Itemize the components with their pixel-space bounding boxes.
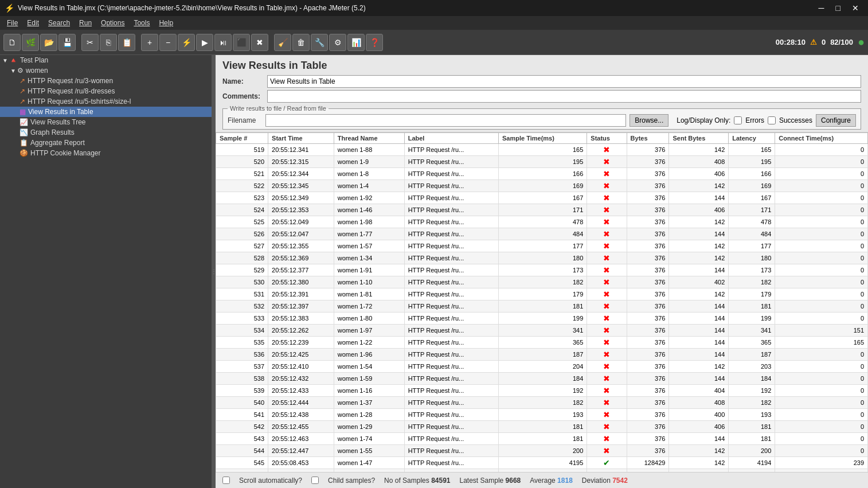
- status-error-icon: ✖: [603, 145, 610, 154]
- table-row[interactable]: 52920:55:12.377women 1-91HTTP Request /r…: [216, 264, 868, 276]
- table-row[interactable]: 53620:55:12.425women 1-96HTTP Request /r…: [216, 349, 868, 361]
- status-error-icon: ✖: [603, 205, 610, 214]
- errors-checkbox[interactable]: [734, 116, 742, 124]
- table-cell: 527: [216, 240, 268, 252]
- table-row[interactable]: 52220:55:12.345women 1-4HTTP Request /ru…: [216, 180, 868, 192]
- table-row[interactable]: 53020:55:12.380women 1-10HTTP Request /r…: [216, 276, 868, 288]
- menu-item-help[interactable]: Help: [154, 18, 178, 28]
- menu-item-edit[interactable]: Edit: [22, 18, 44, 28]
- collapse-button[interactable]: −: [159, 34, 177, 51]
- copy-button[interactable]: ⎘: [100, 34, 117, 51]
- paste-button[interactable]: 📋: [118, 34, 135, 51]
- function-helper[interactable]: ⚙: [329, 34, 346, 51]
- table-row[interactable]: 52520:55:12.049women 1-98HTTP Request /r…: [216, 216, 868, 228]
- child-samples-checkbox[interactable]: [311, 477, 319, 484]
- table-row[interactable]: 52020:55:12.315women 1-9HTTP Request /ru…: [216, 156, 868, 168]
- save-button[interactable]: 💾: [58, 34, 76, 51]
- cut-button[interactable]: ✂: [81, 34, 99, 51]
- table-row[interactable]: 54120:55:12.438women 1-28HTTP Request /r…: [216, 409, 868, 421]
- table-row[interactable]: 53920:55:12.433women 1-16HTTP Request /r…: [216, 385, 868, 397]
- filename-input[interactable]: [265, 114, 626, 127]
- table-cell: 376: [627, 373, 669, 385]
- menu-item-search[interactable]: Search: [44, 18, 75, 28]
- expand-button[interactable]: +: [141, 34, 158, 51]
- templates-button[interactable]: 🌿: [22, 34, 39, 51]
- open-button[interactable]: 📂: [40, 34, 57, 51]
- table-cell: ✖: [587, 325, 627, 337]
- table-cell: 180: [499, 252, 587, 264]
- tree-item-http-req-3[interactable]: ↗HTTP Request /ru/5-tshirts#/size-l: [0, 96, 212, 107]
- remote-button[interactable]: 🔧: [311, 34, 328, 51]
- table-row[interactable]: 53820:55:12.432women 1-59HTTP Request /r…: [216, 373, 868, 385]
- col-header-0: Sample #: [216, 133, 268, 144]
- table-cell: 203: [729, 361, 775, 373]
- table-cell: ✖: [587, 397, 627, 409]
- table-row[interactable]: 53320:55:12.383women 1-80HTTP Request /r…: [216, 313, 868, 325]
- table-cell: 20:55:12.377: [268, 264, 334, 276]
- menu-item-options[interactable]: Options: [96, 18, 129, 28]
- table-row[interactable]: 52820:55:12.369women 1-34HTTP Request /r…: [216, 252, 868, 264]
- table-row[interactable]: 53220:55:12.397women 1-72HTTP Request /r…: [216, 300, 868, 313]
- successes-checkbox[interactable]: [768, 116, 776, 124]
- tree-item-graph-results[interactable]: 📉Graph Results: [0, 127, 212, 138]
- tree-item-http-req-2[interactable]: ↗HTTP Request /ru/8-dresses: [0, 86, 212, 96]
- clear-all-button[interactable]: 🗑: [292, 34, 310, 51]
- menu-item-run[interactable]: Run: [75, 18, 96, 28]
- table-row[interactable]: 53420:55:12.262women 1-97HTTP Request /r…: [216, 325, 868, 337]
- table-cell: HTTP Request /ru...: [404, 313, 498, 325]
- table-cell: 182: [729, 397, 775, 409]
- tree-item-view-results-table[interactable]: ▦View Results in Table: [0, 107, 212, 117]
- comments-input[interactable]: [267, 90, 861, 103]
- name-input[interactable]: [267, 75, 861, 88]
- configure-button[interactable]: Configure: [816, 114, 856, 127]
- table-cell: 533: [216, 313, 268, 325]
- col-header-8: Latency: [729, 133, 775, 144]
- maximize-button[interactable]: □: [831, 2, 845, 14]
- scroll-automatically-checkbox[interactable]: [222, 477, 230, 484]
- toggle-button[interactable]: ⚡: [178, 34, 195, 51]
- table-row[interactable]: 51920:55:12.341women 1-88HTTP Request /r…: [216, 144, 868, 156]
- table-row[interactable]: 52420:55:12.353women 1-46HTTP Request /r…: [216, 204, 868, 216]
- table-row[interactable]: 54520:55:08.453women 1-47HTTP Request /r…: [216, 457, 868, 469]
- results-tree-button[interactable]: 📊: [347, 34, 365, 51]
- table-cell: 521: [216, 168, 268, 180]
- table-cell: 365: [729, 337, 775, 349]
- tree-item-http-req-1[interactable]: ↗HTTP Request /ru/3-women: [0, 76, 212, 86]
- table-cell: HTTP Request /ru...: [404, 240, 498, 252]
- new-button[interactable]: 🗋: [3, 34, 21, 51]
- menu-item-file[interactable]: File: [2, 18, 22, 28]
- table-cell: ✖: [587, 216, 627, 228]
- table-row[interactable]: 54420:55:12.447women 1-55HTTP Request /r…: [216, 445, 868, 457]
- table-row[interactable]: 54020:55:12.444women 1-37HTTP Request /r…: [216, 397, 868, 409]
- help-button[interactable]: ❓: [366, 34, 383, 51]
- table-cell: HTTP Request /ru...: [404, 288, 498, 300]
- menu-item-tools[interactable]: Tools: [129, 18, 154, 28]
- table-row[interactable]: 52320:55:12.349women 1-92HTTP Request /r…: [216, 192, 868, 204]
- minimize-button[interactable]: ─: [814, 2, 829, 14]
- table-row[interactable]: 52720:55:12.355women 1-57HTTP Request /r…: [216, 240, 868, 252]
- table-row[interactable]: 53120:55:12.391women 1-81HTTP Request /r…: [216, 288, 868, 300]
- table-row[interactable]: 54320:55:12.463women 1-74HTTP Request /r…: [216, 433, 868, 445]
- tree-item-women[interactable]: ▼⚙women: [0, 65, 212, 76]
- table-row[interactable]: 52120:55:12.344women 1-8HTTP Request /ru…: [216, 168, 868, 180]
- table-cell: 532: [216, 300, 268, 313]
- tree-item-view-results-tree[interactable]: 📈View Results Tree: [0, 117, 212, 127]
- table-row[interactable]: 53520:55:12.239women 1-22HTTP Request /r…: [216, 337, 868, 349]
- table-cell: 0: [775, 300, 868, 313]
- tree-item-test-plan[interactable]: ▼🔺Test Plan: [0, 55, 212, 65]
- start-no-pause[interactable]: ⏯: [214, 34, 232, 51]
- start-button[interactable]: ▶: [196, 34, 213, 51]
- shutdown-button[interactable]: ✖: [251, 34, 268, 51]
- table-row[interactable]: 54220:55:12.455women 1-29HTTP Request /r…: [216, 421, 868, 433]
- stop-button[interactable]: ⬛: [233, 34, 250, 51]
- tree-item-http-cookie[interactable]: 🍪HTTP Cookie Manager: [0, 148, 212, 158]
- table-cell: 179: [499, 288, 587, 300]
- close-button[interactable]: ✕: [847, 2, 863, 14]
- table-row[interactable]: 53720:55:12.410women 1-54HTTP Request /r…: [216, 361, 868, 373]
- tree-indent: [2, 67, 10, 75]
- tree-item-aggregate-report[interactable]: 📋Aggregate Report: [0, 138, 212, 148]
- browse-button[interactable]: Browse...: [630, 114, 668, 127]
- table-cell: 4194: [729, 457, 775, 469]
- table-row[interactable]: 52620:55:12.047women 1-77HTTP Request /r…: [216, 228, 868, 240]
- clear-button[interactable]: 🧹: [274, 34, 291, 51]
